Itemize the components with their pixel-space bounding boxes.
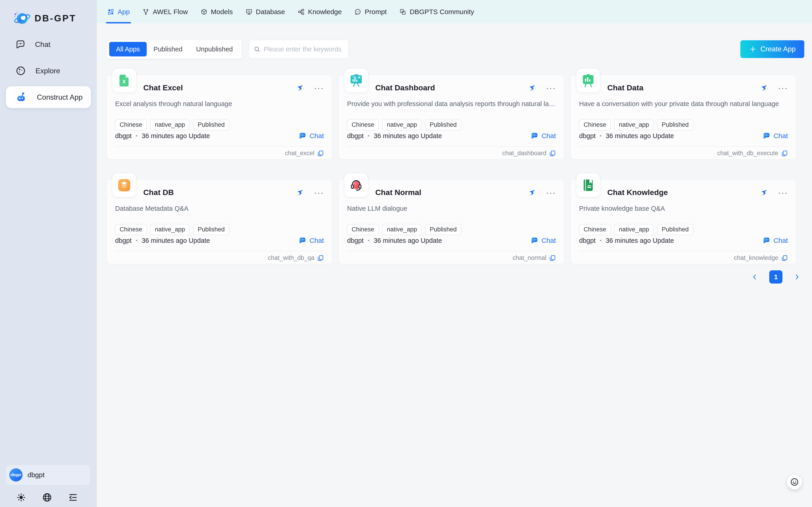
tab-models[interactable]: Models xyxy=(194,0,239,23)
dingtalk-share-icon[interactable] xyxy=(759,188,768,197)
filter-tab-unpublished[interactable]: Unpublished xyxy=(189,42,240,56)
chat-link[interactable]: Chat xyxy=(762,236,788,245)
chat-link[interactable]: Chat xyxy=(530,131,556,140)
tab-prompt[interactable]: Prompt xyxy=(348,0,393,23)
tab-label: Knowledge xyxy=(308,8,341,16)
dingtalk-share-icon[interactable] xyxy=(759,83,768,92)
page-number-1[interactable]: 1 xyxy=(769,270,783,284)
dingtalk-share-icon[interactable] xyxy=(527,83,536,92)
dbgpt-app-screen: DB-GPT ChatExploreConstruct App dbgpt db… xyxy=(0,0,812,507)
chat-link-label: Chat xyxy=(773,132,788,140)
app-description: Private knowledge base Q&A xyxy=(579,204,788,213)
copy-scene-icon[interactable] xyxy=(781,255,788,262)
sidebar-menu: ChatExploreConstruct App xyxy=(0,34,97,108)
language-globe-button[interactable] xyxy=(41,491,53,504)
filter-tab-all-apps[interactable]: All Apps xyxy=(109,42,147,56)
update-time: 36 minutes ago Update xyxy=(374,132,442,140)
meta-dot: • xyxy=(600,237,602,244)
app-title: Chat DB xyxy=(143,188,174,197)
chat-link[interactable]: Chat xyxy=(530,236,556,245)
sidebar-item-explore[interactable]: Explore xyxy=(6,60,91,82)
more-menu-button[interactable]: ··· xyxy=(778,86,788,90)
sidebar-item-label: Explore xyxy=(36,67,60,75)
knowledge-book-icon xyxy=(581,178,596,192)
tag-pill-native-app: native_app xyxy=(614,224,653,235)
card-divider xyxy=(115,146,324,147)
more-menu-button[interactable]: ··· xyxy=(314,86,324,90)
tag-pill-published: Published xyxy=(193,224,229,235)
chat-link[interactable]: Chat xyxy=(298,131,324,140)
chat-link[interactable]: Chat xyxy=(762,131,788,140)
next-page-button[interactable] xyxy=(792,272,802,282)
search-input[interactable] xyxy=(264,46,350,53)
meta-dot: • xyxy=(368,237,370,244)
tab-dbgpts-community[interactable]: DBGPTS Community xyxy=(393,0,480,23)
tag-pill-native-app: native_app xyxy=(382,119,422,130)
sidebar-item-construct-app[interactable]: Construct App xyxy=(6,86,91,108)
copy-scene-icon[interactable] xyxy=(317,150,324,157)
sidebar-item-chat[interactable]: Chat xyxy=(6,34,91,55)
copy-scene-icon[interactable] xyxy=(549,255,556,262)
tag-row: Chinesenative_appPublished xyxy=(579,119,693,130)
copy-scene-icon[interactable] xyxy=(781,150,788,157)
plus-icon xyxy=(749,45,757,53)
headset-icon xyxy=(349,178,364,192)
meta-dot: • xyxy=(136,133,138,139)
dingtalk-share-icon[interactable] xyxy=(295,188,304,197)
scene-name: chat_excel xyxy=(285,150,314,157)
sidebar-item-label: Construct App xyxy=(37,93,82,102)
tag-row: Chinesenative_appPublished xyxy=(115,119,229,130)
dingtalk-share-icon[interactable] xyxy=(295,83,304,92)
app-title: Chat Data xyxy=(607,83,643,92)
chat-link-bubble-icon xyxy=(762,236,771,245)
copy-scene-icon[interactable] xyxy=(317,255,324,262)
user-pill[interactable]: dbgpt dbgpt xyxy=(6,465,90,485)
more-menu-button[interactable]: ··· xyxy=(778,190,788,195)
tag-pill-native-app: native_app xyxy=(614,119,653,130)
tag-pill-chinese: Chinese xyxy=(347,224,379,235)
collapse-sidebar-button[interactable] xyxy=(67,491,79,504)
more-menu-button[interactable]: ··· xyxy=(546,190,556,195)
create-app-button[interactable]: Create App xyxy=(740,40,804,58)
app-card-chat-excel[interactable]: XChat Excel···Excel analysis through nat… xyxy=(107,75,332,159)
copy-scene-icon[interactable] xyxy=(549,150,556,157)
prev-page-button[interactable] xyxy=(750,272,760,282)
update-time: 36 minutes ago Update xyxy=(374,237,442,244)
app-card-chat-db[interactable]: Chat DB···Database Metadata Q&AChinesena… xyxy=(107,180,332,264)
tag-row: Chinesenative_appPublished xyxy=(579,224,693,235)
app-icon-tile xyxy=(345,173,368,197)
more-menu-button[interactable]: ··· xyxy=(546,86,556,90)
app-card-chat-dashboard[interactable]: Chat Dashboard···Provide you with profes… xyxy=(339,75,564,159)
database-monitor-icon: SQL xyxy=(246,8,252,15)
tag-pill-published: Published xyxy=(657,119,693,130)
dingtalk-share-icon[interactable] xyxy=(527,188,536,197)
owner-name: dbgpt xyxy=(347,237,364,244)
theme-sun-button[interactable] xyxy=(15,491,27,504)
app-card-chat-data[interactable]: Chat Data···Have a conversation with you… xyxy=(571,75,796,159)
filter-tab-published[interactable]: Published xyxy=(147,42,189,56)
chat-link[interactable]: Chat xyxy=(298,236,324,245)
tag-pill-chinese: Chinese xyxy=(579,224,611,235)
chat-link-label: Chat xyxy=(542,237,556,244)
tag-pill-native-app: native_app xyxy=(150,119,189,130)
search-box[interactable] xyxy=(249,40,349,59)
more-menu-button[interactable]: ··· xyxy=(314,190,324,195)
chat-link-label: Chat xyxy=(542,132,556,140)
app-card-chat-knowledge[interactable]: Chat Knowledge···Private knowledge base … xyxy=(571,180,796,264)
dbgpt-logo: DB-GPT xyxy=(13,9,76,27)
chat-link-bubble-icon xyxy=(762,131,771,140)
tab-database[interactable]: SQLDatabase xyxy=(239,0,291,23)
logo-text: DB-GPT xyxy=(35,13,76,23)
app-icon-tile xyxy=(345,69,368,93)
owner-name: dbgpt xyxy=(347,132,364,140)
app-description: Native LLM dialogue xyxy=(347,204,556,213)
app-card-chat-normal[interactable]: Chat Normal···Native LLM dialogueChinese… xyxy=(339,180,564,264)
feedback-smiley-button[interactable] xyxy=(787,474,802,490)
app-icon-tile xyxy=(112,173,136,197)
tab-knowledge[interactable]: Knowledge xyxy=(291,0,348,23)
collapse-sidebar-icon xyxy=(68,493,78,502)
tab-awel-flow[interactable]: AWEL Flow xyxy=(136,0,194,23)
app-title: Chat Knowledge xyxy=(607,188,668,197)
tab-app[interactable]: App xyxy=(101,0,136,23)
sidebar-item-label: Chat xyxy=(35,40,51,49)
